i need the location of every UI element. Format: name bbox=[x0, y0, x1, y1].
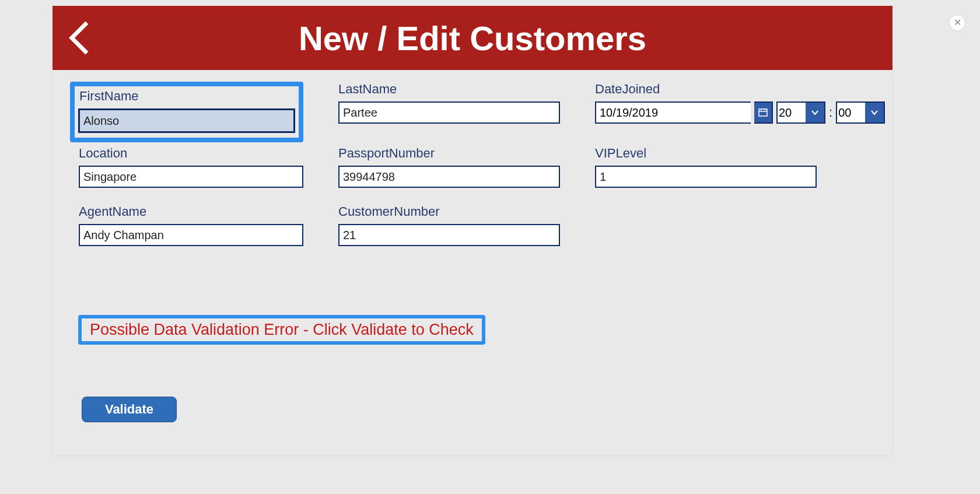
minute-value: 00 bbox=[836, 101, 865, 124]
last-name-field[interactable] bbox=[338, 101, 560, 124]
date-joined-field[interactable] bbox=[595, 101, 751, 124]
date-joined-label: DateJoined bbox=[595, 82, 828, 97]
first-name-group: FirstName bbox=[70, 82, 303, 142]
location-field[interactable] bbox=[79, 166, 303, 188]
vip-level-field[interactable] bbox=[595, 166, 817, 188]
close-icon: ✕ bbox=[954, 18, 961, 27]
first-name-label: FirstName bbox=[78, 89, 295, 104]
page-title: New / Edit Customers bbox=[52, 19, 892, 58]
first-name-field[interactable] bbox=[78, 108, 295, 133]
page-header: New / Edit Customers bbox=[52, 6, 892, 70]
back-icon[interactable] bbox=[67, 20, 92, 58]
date-joined-group: DateJoined 20 : 00 bbox=[595, 82, 828, 124]
agent-name-field[interactable] bbox=[79, 224, 303, 246]
passport-number-label: PassportNumber bbox=[338, 146, 560, 161]
last-name-group: LastName bbox=[338, 82, 560, 124]
hour-dropdown[interactable]: 20 bbox=[776, 101, 825, 124]
minute-dropdown[interactable]: 00 bbox=[836, 101, 885, 124]
form-area: FirstName LastName DateJoined 20 bbox=[52, 70, 892, 455]
chevron-down-icon[interactable] bbox=[865, 101, 885, 124]
chevron-down-icon[interactable] bbox=[806, 101, 825, 124]
passport-number-field[interactable] bbox=[338, 166, 560, 188]
hour-value: 20 bbox=[776, 101, 806, 124]
customer-number-label: CustomerNumber bbox=[338, 204, 560, 219]
customer-number-group: CustomerNumber bbox=[338, 204, 560, 246]
location-label: Location bbox=[79, 146, 303, 161]
validate-button[interactable]: Validate bbox=[82, 397, 177, 422]
location-group: Location bbox=[79, 146, 303, 188]
validation-status: Possible Data Validation Error - Click V… bbox=[78, 315, 485, 345]
time-separator: : bbox=[829, 101, 832, 124]
passport-number-group: PassportNumber bbox=[338, 146, 560, 188]
customer-number-field[interactable] bbox=[338, 224, 560, 246]
svg-rect-0 bbox=[759, 109, 767, 116]
agent-name-group: AgentName bbox=[79, 204, 303, 246]
agent-name-label: AgentName bbox=[79, 204, 303, 219]
last-name-label: LastName bbox=[338, 82, 560, 97]
vip-level-group: VIPLevel bbox=[595, 146, 817, 188]
calendar-icon[interactable] bbox=[754, 101, 773, 124]
close-button[interactable]: ✕ bbox=[950, 15, 965, 30]
vip-level-label: VIPLevel bbox=[595, 146, 817, 161]
